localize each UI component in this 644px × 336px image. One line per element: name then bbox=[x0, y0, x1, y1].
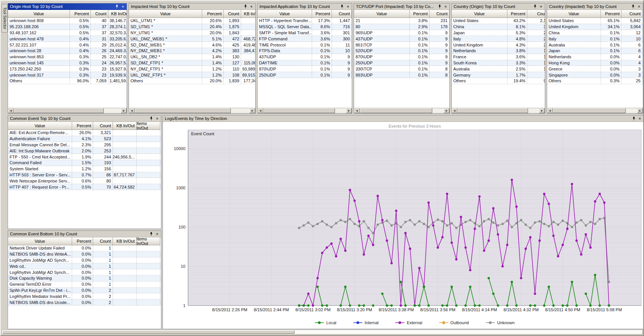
table-row[interactable]: 95.233.188.2060.5%3728,374.1... bbox=[8, 24, 127, 30]
column-header-value[interactable]: Value bbox=[8, 237, 72, 245]
table-row[interactable]: United Kingdom34.1%3,064 bbox=[547, 24, 643, 30]
table-row[interactable]: 93.48.107.1620.5%3732,570.3... bbox=[8, 30, 127, 36]
scroll-right-button[interactable]: ► bbox=[346, 108, 352, 113]
table-row[interactable]: Netherlands3.8%18 bbox=[452, 48, 545, 54]
column-header-value[interactable]: Value bbox=[354, 10, 410, 18]
pin-icon[interactable] bbox=[243, 4, 248, 9]
column-header-value[interactable]: Value bbox=[452, 10, 507, 18]
scroll-left-button[interactable]: ◄ bbox=[452, 108, 457, 113]
scroll-right-button[interactable]: ► bbox=[539, 108, 545, 113]
table-row[interactable]: 250\UDP0.1%9 bbox=[258, 72, 352, 78]
close-icon[interactable]: × bbox=[345, 4, 351, 9]
horizontal-scrollbar[interactable]: ◄► bbox=[129, 108, 255, 113]
scrollbar-thumb[interactable] bbox=[553, 108, 626, 113]
column-header-percent[interactable]: Percent bbox=[410, 10, 430, 18]
table-row[interactable]: Command Failed1.5%193 bbox=[8, 160, 161, 166]
table-row[interactable]: 437\UDP0.1%9 bbox=[258, 54, 352, 60]
table-row[interactable]: Japan5.3%25 bbox=[452, 30, 545, 36]
pin-icon[interactable] bbox=[148, 116, 154, 121]
table-row[interactable]: 520\UDP0.1%9 bbox=[354, 48, 449, 54]
close-icon[interactable]: × bbox=[120, 4, 126, 9]
table-row[interactable]: UKL_SN_DB2 *1.4%130 bbox=[129, 54, 255, 60]
scroll-right-button[interactable]: ► bbox=[637, 108, 643, 113]
horizontal-scrollbar[interactable]: ◄► bbox=[547, 108, 643, 113]
pin-icon[interactable] bbox=[114, 4, 119, 9]
table-row[interactable]: AIE: Int:Susp:Malware Outbreak2.0%253 bbox=[8, 148, 161, 154]
pin-icon[interactable] bbox=[339, 4, 345, 9]
table-row[interactable]: 173.250.242.2500.3%2315,927.9... bbox=[8, 66, 127, 72]
pin-icon[interactable] bbox=[148, 231, 154, 237]
table-row[interactable]: United States65.1%5,842 bbox=[547, 18, 643, 24]
scroll-left-button[interactable]: ◄ bbox=[354, 108, 360, 113]
table-row[interactable]: Singapore0.0%3 bbox=[547, 72, 643, 78]
scrollbar-thumb[interactable] bbox=[457, 108, 528, 113]
table-row[interactable]: unknown host 1450.3%2426,957.5... bbox=[8, 60, 127, 66]
close-icon[interactable]: × bbox=[637, 116, 642, 121]
table-row[interactable]: 870\UDP0.1%9 bbox=[258, 66, 352, 72]
scroll-left-button[interactable]: ◄ bbox=[258, 108, 263, 113]
table-row[interactable]: Network Driver Update Failed0.0%1 bbox=[8, 245, 161, 251]
table-row[interactable]: 213.8%231 bbox=[354, 18, 449, 24]
column-header-items-in-out[interactable]: Items In/Out bbox=[137, 237, 160, 245]
table-row[interactable]: 802.9%178 bbox=[354, 24, 449, 30]
close-icon[interactable]: × bbox=[155, 231, 160, 237]
column-header-percent[interactable]: Percent bbox=[72, 122, 93, 130]
scrollbar-track[interactable] bbox=[231, 108, 250, 113]
column-header-kb-in-out[interactable]: KB In/Out bbox=[113, 237, 137, 245]
table-row[interactable]: unknown host 4780.4%3133,205.6... bbox=[8, 36, 127, 42]
scrollbar-track[interactable] bbox=[104, 108, 121, 113]
scrollbar-track[interactable] bbox=[335, 108, 346, 113]
table-row[interactable]: HTTP 407 : Request Error - Pr...0.5%7064… bbox=[8, 184, 161, 190]
scrollbar-track[interactable] bbox=[432, 108, 444, 113]
table-row[interactable]: 965\UDP0.1%9 bbox=[354, 30, 449, 36]
table-row[interactable]: Italy0.1%10 bbox=[547, 36, 643, 42]
table-row[interactable]: NY_DMZ_FTP1 *1.2%11093,989.1... bbox=[129, 66, 255, 72]
table-row[interactable]: LogRhythm JobMgr AD Synch...0.0%1 bbox=[8, 258, 161, 264]
table-row[interactable]: Germany1.7%8 bbox=[452, 72, 545, 78]
table-row[interactable]: MSSQL - SQL Server Data...8.6%716 bbox=[258, 24, 352, 30]
table-row[interactable]: UKL_DMZ_WEB1 *5.1%472468,728... bbox=[129, 36, 255, 42]
table-row[interactable]: 893\UDP0.1%8 bbox=[354, 72, 449, 78]
table-row[interactable]: Others19.4%94 bbox=[452, 78, 545, 84]
table-row[interactable]: System Started1.2%156 bbox=[8, 166, 161, 172]
table-row[interactable]: Others0.3%25 bbox=[547, 78, 643, 84]
pin-icon[interactable] bbox=[631, 116, 636, 121]
legend-item-external[interactable]: External bbox=[395, 320, 422, 325]
table-row[interactable]: SD_UTM1 *20.4%1,875 bbox=[129, 24, 255, 30]
horizontal-scrollbar[interactable]: ◄► bbox=[8, 108, 127, 113]
column-header-value[interactable]: Value bbox=[547, 10, 601, 18]
table-row[interactable]: SpWr-Put KeyLgr RnTm Det - i...0.0%2 bbox=[8, 288, 161, 294]
table-row[interactable]: unknown host 8530.3%2522,747.0... bbox=[8, 54, 127, 60]
close-icon[interactable]: × bbox=[443, 4, 448, 9]
pin-icon[interactable] bbox=[630, 4, 636, 9]
column-header-value[interactable]: Value bbox=[258, 10, 312, 18]
table-row[interactable]: Australia2.5%12 bbox=[452, 66, 545, 72]
table-row[interactable]: 861\TCP0.1%9 bbox=[354, 42, 449, 48]
table-row[interactable]: South Korea3.3%16 bbox=[452, 60, 545, 66]
legend-item-internal[interactable]: Internal bbox=[353, 320, 379, 325]
column-header-percent[interactable]: Percent bbox=[507, 10, 527, 18]
legend-item-unknown[interactable]: Unknown bbox=[486, 320, 515, 325]
table-row[interactable]: NETBIOS SMB-DS dns WriteA...0.0%1 bbox=[8, 251, 161, 258]
column-header-percent[interactable]: Percent bbox=[312, 10, 332, 18]
table-row[interactable]: SD_DMZ_FTP1 *1.4%127115,063... bbox=[129, 60, 255, 66]
table-row[interactable]: Australia0.1%6 bbox=[547, 42, 643, 48]
column-header-value[interactable]: Value bbox=[8, 122, 72, 130]
table-row[interactable]: AIE: Ext:Accnt Comp:Remote...26.0%3,321 bbox=[8, 130, 161, 136]
table-row[interactable]: United States43.2%2,10 bbox=[452, 18, 545, 24]
close-icon[interactable]: × bbox=[155, 116, 160, 121]
table-row[interactable]: HTTP - Hypertext Transfer...17.3%1,447 bbox=[258, 18, 352, 24]
column-header-count[interactable]: Count bbox=[621, 10, 642, 18]
column-header-count[interactable]: Count bbox=[93, 122, 113, 130]
column-header-count[interactable]: Count bbox=[91, 10, 108, 18]
close-icon[interactable]: × bbox=[538, 4, 544, 9]
table-row[interactable]: NY_UTM1 *20.0%1,843 bbox=[129, 30, 255, 36]
table-row[interactable]: Japan0.1%6 bbox=[547, 48, 643, 54]
column-header-kb-in-out[interactable]: KB In/Out bbox=[108, 10, 127, 18]
close-icon[interactable]: × bbox=[636, 4, 642, 9]
table-row[interactable]: LogRhythm JobMgr AD Synch...0.0%1 bbox=[8, 269, 161, 275]
table-row[interactable]: Hong Kong0.0%4 bbox=[547, 60, 643, 66]
table-row[interactable]: FTPS-Data0.1%10 bbox=[258, 48, 352, 54]
scroll-left-button[interactable]: ◄ bbox=[129, 108, 135, 113]
table-row[interactable]: Netherlands0.0%4 bbox=[547, 54, 643, 60]
